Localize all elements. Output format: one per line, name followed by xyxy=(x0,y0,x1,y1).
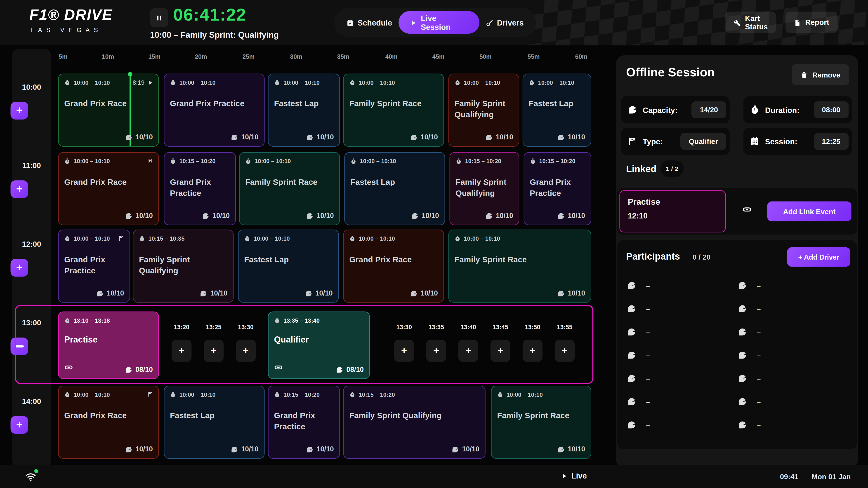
stopwatch-icon xyxy=(349,235,355,241)
event-card-qualifier[interactable]: 13:35 – 13:40 Qualifier 08/10 xyxy=(268,312,370,379)
add-slot-1350-button[interactable]: + xyxy=(523,340,542,362)
report-file-icon xyxy=(794,19,801,26)
participant-empty: – xyxy=(757,351,761,359)
capacity-value[interactable]: 14/20 xyxy=(692,101,726,119)
event-card[interactable]: 10:00 – 10:10 Fastest Lap 10/10 xyxy=(268,74,340,147)
event-card[interactable]: 10:00 – 10:10 8:19 Grand Prix Race 10/10 xyxy=(58,74,159,147)
helmet-icon xyxy=(231,133,238,141)
rail-time-14: 14:00 xyxy=(12,397,51,405)
add-slot-1340-button[interactable]: + xyxy=(458,340,478,362)
event-card[interactable]: 10:00 – 10:10 Grand Prix Race 10/10 xyxy=(58,152,159,225)
add-event-11-button[interactable]: + xyxy=(11,180,28,198)
event-card[interactable]: 10:00 – 10:10 Family Sprint Qualifying 1… xyxy=(448,74,519,147)
event-card[interactable]: 10:00 – 10:10 Grand Prix Practice 10/10 xyxy=(58,230,130,302)
event-time: 10:00 – 10:10 xyxy=(359,235,395,242)
event-title: Fastest Lap xyxy=(529,98,586,109)
remove-session-button[interactable]: Remove xyxy=(792,64,849,85)
helmet-icon xyxy=(125,212,132,219)
add-slot-1320-button[interactable]: + xyxy=(172,340,191,362)
duration-value[interactable]: 08:00 xyxy=(813,101,848,119)
rail-time-12: 12:00 xyxy=(12,240,51,249)
event-card[interactable]: 10:00 – 10:10 Family Sprint Race 10/10 xyxy=(239,152,340,225)
event-card[interactable]: 10:00 – 10:10 Grand Prix Race 10/10 xyxy=(343,230,444,302)
helmet-icon xyxy=(627,374,636,383)
add-driver-button[interactable]: + Add Driver xyxy=(787,248,850,267)
add-slot-1355-button[interactable]: + xyxy=(555,340,575,362)
tab-drivers[interactable]: Drivers xyxy=(479,18,530,27)
slot-time-label: 13:50 xyxy=(523,324,542,330)
add-event-10-button[interactable]: + xyxy=(11,102,28,120)
helmet-icon xyxy=(336,366,343,373)
event-title: Family Sprint Qualifying xyxy=(455,98,514,120)
event-card[interactable]: 10:00 – 10:10 Fastest Lap 10/10 xyxy=(164,386,265,459)
helmet-icon xyxy=(410,133,417,141)
live-indicator[interactable]: Live xyxy=(561,471,587,480)
add-slot-1345-button[interactable]: + xyxy=(491,340,510,362)
event-time: 10:00 – 10:10 xyxy=(179,79,215,86)
event-card[interactable]: 10:00 – 10:10 Grand Prix Race 10/10 xyxy=(58,386,159,459)
event-card[interactable]: 10:00 – 10:10 Fastest Lap 10/10 xyxy=(523,74,591,147)
pause-button[interactable] xyxy=(150,8,168,27)
status-bar: Live 09:41 Mon 01 Jan xyxy=(0,465,868,488)
pause-icon xyxy=(156,14,163,21)
event-card-practise[interactable]: 13:10 – 13:18 Practise 08/10 xyxy=(58,312,159,379)
event-card[interactable]: 10:00 – 10:10 Grand Prix Practice 10/10 xyxy=(164,74,265,147)
event-time: 10:00 – 10:10 xyxy=(255,158,291,164)
helmet-icon xyxy=(627,304,636,313)
add-slot-1335-button[interactable]: + xyxy=(426,340,446,362)
helmet-icon xyxy=(557,133,564,141)
event-capacity: 08/10 xyxy=(346,366,364,373)
collapse-row-13-button[interactable] xyxy=(11,337,28,355)
wifi-online-dot xyxy=(34,469,38,473)
event-card[interactable]: 10:00 – 10:10 Fastest Lap 10/10 xyxy=(344,152,445,225)
event-title: Grand Prix Practice xyxy=(274,411,335,432)
helmet-icon xyxy=(305,290,312,297)
session-label: Session: xyxy=(765,137,797,146)
participant-empty: – xyxy=(757,281,761,290)
slot-time-label: 13:35 xyxy=(426,324,446,330)
report-button[interactable]: Report xyxy=(785,11,837,33)
event-card[interactable]: 10:15 – 10:20 Family Sprint Qualifying 1… xyxy=(343,386,485,459)
linked-event-practise[interactable]: Practise 12:10 xyxy=(619,190,725,232)
event-card[interactable]: 10:15 – 10:35 Family Sprint Qualifying 1… xyxy=(133,230,234,302)
stopwatch-icon xyxy=(64,317,70,323)
event-card[interactable]: 10:15 – 10:20 Grand Prix Practice 10/10 xyxy=(268,386,340,459)
event-time: 10:00 – 10:10 xyxy=(359,79,395,86)
event-time: 10:15 – 10:20 xyxy=(359,391,395,398)
session-value[interactable]: 12:25 xyxy=(813,133,848,150)
event-card[interactable]: 10:00 – 10:10 Family Sprint Race 10/10 xyxy=(448,230,591,302)
add-link-event-button[interactable]: Add Link Event xyxy=(767,201,851,221)
event-capacity: 10/10 xyxy=(241,133,258,141)
event-title: Grand Prix Race xyxy=(64,177,154,188)
event-capacity: 10/10 xyxy=(462,445,479,453)
event-card[interactable]: 10:15 – 10:20 Grand Prix Practice 10/10 xyxy=(164,152,236,225)
event-card[interactable]: 10:15 – 10:20 Family Sprint Qualifying 1… xyxy=(450,152,520,225)
participant-empty: – xyxy=(646,304,650,313)
kart-status-button[interactable]: Kart Status xyxy=(725,11,776,33)
tab-schedule[interactable]: Schedule xyxy=(340,18,399,27)
add-slot-1325-button[interactable]: + xyxy=(204,340,223,362)
stopwatch-icon xyxy=(497,392,503,398)
event-card[interactable]: 10:15 – 10:20 Grand Prix Practice 10/10 xyxy=(524,152,591,225)
event-card[interactable]: 10:00 – 10:10 Family Sprint Race 10/10 xyxy=(343,74,444,147)
stopwatch-icon xyxy=(529,79,535,86)
helmet-icon xyxy=(231,446,238,453)
tab-live-session[interactable]: Live Session xyxy=(399,11,479,34)
add-slot-1330-button[interactable]: + xyxy=(236,340,256,362)
add-event-12-button[interactable]: + xyxy=(11,259,28,276)
stopwatch-icon xyxy=(64,79,70,86)
type-value[interactable]: Qualifier xyxy=(680,133,726,150)
add-event-14-button[interactable]: + xyxy=(11,416,28,434)
app-root: F1® DRIVE LAS VEGAS 06:41:22 10:00 – Fam… xyxy=(0,0,868,488)
add-slot-1330b-button[interactable]: + xyxy=(394,340,414,362)
tick-35m: 35m xyxy=(331,53,355,60)
event-time: 10:15 – 10:20 xyxy=(179,158,215,164)
helmet-icon xyxy=(557,446,564,453)
event-card[interactable]: 10:00 – 10:10 Family Sprint Race 10/10 xyxy=(491,386,591,459)
type-label: Type: xyxy=(643,137,663,146)
helmet-icon xyxy=(452,446,459,453)
event-time: 13:35 – 13:40 xyxy=(283,317,320,324)
event-title: Grand Prix Practice xyxy=(530,177,586,199)
event-capacity: 10/10 xyxy=(135,212,153,220)
event-card[interactable]: 10:00 – 10:10 Fastest Lap 10/10 xyxy=(238,230,339,302)
